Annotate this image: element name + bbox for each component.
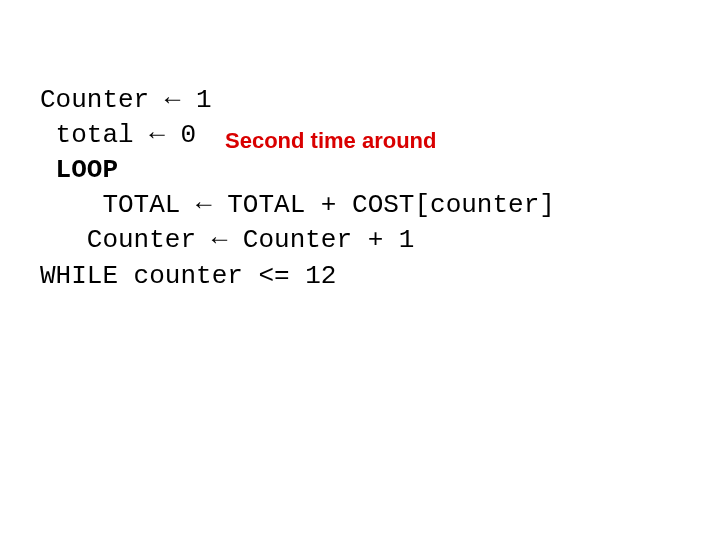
code-line-1: Counter ← 1 — [40, 85, 212, 115]
slide: Counter ← 1 total ← 0 LOOP TOTAL ← TOTAL… — [0, 0, 720, 540]
code-line-loop: LOOP — [40, 155, 118, 185]
code-line-6: WHILE counter <= 12 — [40, 261, 336, 291]
code-line-4: TOTAL ← TOTAL + COST[counter] — [40, 190, 555, 220]
annotation-label: Second time around — [225, 126, 436, 156]
code-line-2: total ← 0 — [40, 120, 196, 150]
pseudocode-block: Counter ← 1 total ← 0 LOOP TOTAL ← TOTAL… — [40, 48, 555, 294]
code-line-5: Counter ← Counter + 1 — [40, 225, 414, 255]
